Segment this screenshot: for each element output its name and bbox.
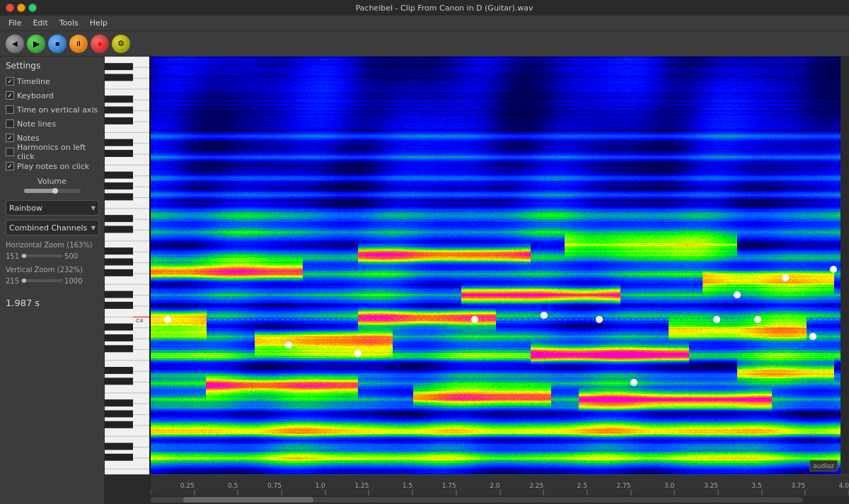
tick-label-2: 0.5 — [228, 482, 238, 489]
menu-tools[interactable]: Tools — [54, 17, 84, 29]
timeline-tick-10: 2.5 — [587, 490, 587, 496]
note-dot-0 — [164, 316, 171, 323]
timeline-tick-0: 0.0 — [151, 490, 151, 496]
tick-label-12: 3.0 — [664, 482, 674, 489]
tick-label-9: 2.25 — [529, 482, 543, 489]
tick-label-8: 2.0 — [490, 482, 499, 489]
tick-label-3: 0.75 — [267, 482, 282, 489]
notes-checkbox[interactable] — [6, 134, 14, 142]
note-dot-5 — [596, 316, 603, 323]
tick-label-16: 4.0 — [839, 482, 849, 489]
note-dot-8 — [734, 291, 741, 298]
vt-zoom-min: 215 — [6, 277, 19, 285]
keyboard-checkbox[interactable] — [6, 91, 14, 100]
settings-header: Settings — [6, 61, 98, 71]
hz-zoom-slider[interactable] — [21, 254, 63, 257]
pause-button[interactable]: ⏸ — [69, 35, 88, 53]
note-dot-9 — [754, 316, 761, 323]
keyboard-check-row[interactable]: Keyboard — [6, 89, 98, 102]
timeline-tick-5: 1.25 — [369, 490, 369, 496]
notes-label: Notes — [17, 134, 40, 143]
stop-button[interactable]: ■ — [48, 35, 67, 53]
timeline-label: Timeline — [17, 77, 50, 86]
tick-label-5: 1.25 — [354, 482, 369, 489]
main-area: Settings Timeline Keyboard Time on verti… — [0, 57, 849, 504]
sidebar: Settings Timeline Keyboard Time on verti… — [0, 57, 105, 504]
time-vertical-label: Time on vertical axis — [17, 105, 98, 115]
maximize-button[interactable] — [28, 4, 37, 12]
timeline-tick-15: 3.75 — [805, 490, 806, 496]
harmonics-checkbox[interactable] — [6, 148, 14, 156]
settings-button[interactable]: ⚙ — [112, 35, 130, 53]
timeline-check-row[interactable]: Timeline — [6, 75, 98, 88]
colormap-value: Rainbow — [9, 204, 42, 213]
timeline-tick-12: 3.0 — [674, 490, 675, 496]
tick-label-7: 1.75 — [442, 482, 456, 489]
time-display: 1.987 s — [6, 296, 98, 310]
audioz-badge: audioz — [809, 460, 838, 471]
note-dot-12 — [830, 266, 837, 273]
harmonics-check-row[interactable]: Harmonics on left click — [6, 146, 98, 158]
timeline-tick-8: 2.0 — [499, 490, 500, 496]
note-lines-label: Note lines — [17, 119, 56, 129]
note-dot-4 — [541, 312, 548, 319]
tick-label-13: 3.25 — [704, 482, 718, 489]
note-dot-6 — [630, 379, 637, 386]
time-vertical-check-row[interactable]: Time on vertical axis — [6, 103, 98, 116]
spectrogram-row: C4 audioz — [105, 57, 849, 474]
toolbar: ◀ ▶ ■ ⏸ ● ⚙ — [0, 31, 849, 57]
minimize-button[interactable] — [17, 4, 25, 12]
menubar: File Edit Tools Help — [0, 16, 849, 31]
channels-dropdown[interactable]: Combined Channels ▼ — [6, 220, 99, 235]
spectrogram-canvas[interactable]: C4 audioz — [151, 57, 841, 474]
note-lines-checkbox[interactable] — [6, 119, 14, 128]
hz-zoom-min: 151 — [6, 252, 19, 260]
vertical-scrollbar[interactable] — [841, 57, 849, 474]
menu-edit[interactable]: Edit — [27, 17, 53, 29]
hz-zoom-label: Horizontal Zoom (163%) — [6, 241, 98, 249]
content-area: C4 audioz 0.00.250.50.751.01.251.51.752.… — [105, 57, 849, 504]
time-vertical-checkbox[interactable] — [6, 105, 14, 114]
timeline-tick-3: 0.75 — [282, 490, 282, 496]
back-button[interactable]: ◀ — [6, 35, 24, 53]
titlebar: Pachelbel - Clip From Canon in D (Guitar… — [0, 0, 849, 16]
volume-slider[interactable] — [24, 189, 81, 193]
c4-label: C4 — [152, 315, 161, 322]
piano-keyboard[interactable] — [105, 57, 151, 474]
timeline-tick-11: 2.75 — [630, 490, 631, 496]
close-button[interactable] — [6, 4, 14, 12]
horizontal-scrollbar[interactable] — [105, 496, 849, 504]
menu-file[interactable]: File — [3, 17, 27, 29]
volume-label: Volume — [6, 177, 98, 186]
timeline-tick-2: 0.5 — [238, 490, 238, 496]
timeline-checkbox[interactable] — [6, 77, 14, 86]
tick-label-14: 3.5 — [751, 482, 761, 489]
channels-value: Combined Channels — [9, 223, 87, 233]
timeline-tick-1: 0.25 — [194, 490, 195, 496]
window-controls — [6, 4, 37, 12]
menu-help[interactable]: Help — [84, 17, 113, 29]
timeline-ruler: 0.00.250.50.751.01.251.51.752.02.252.52.… — [105, 474, 849, 496]
hz-zoom-max: 500 — [64, 252, 78, 260]
note-lines-check-row[interactable]: Note lines — [6, 117, 98, 130]
vt-zoom-slider[interactable] — [21, 279, 63, 282]
play-button[interactable]: ▶ — [27, 35, 45, 53]
timeline-tick-7: 1.75 — [456, 490, 456, 496]
tick-label-6: 1.5 — [403, 482, 412, 489]
note-dot-2 — [354, 350, 362, 357]
play-notes-checkbox[interactable] — [6, 162, 14, 170]
play-notes-check-row[interactable]: Play notes on click — [6, 160, 98, 172]
timeline-tick-9: 2.25 — [543, 490, 544, 496]
harmonics-label: Harmonics on left click — [17, 143, 98, 161]
timeline-tick-13: 3.25 — [717, 490, 718, 496]
tick-label-11: 2.75 — [617, 482, 631, 489]
play-notes-label: Play notes on click — [17, 162, 89, 171]
vt-zoom-max: 1000 — [64, 277, 82, 285]
record-button[interactable]: ● — [91, 35, 109, 53]
tick-label-15: 3.75 — [791, 482, 805, 489]
tick-label-10: 2.5 — [577, 482, 587, 489]
window-title: Pachelbel - Clip From Canon in D (Guitar… — [45, 4, 843, 13]
colormap-dropdown[interactable]: Rainbow ▼ — [6, 200, 99, 216]
timeline-tick-6: 1.5 — [412, 490, 413, 496]
channels-arrow: ▼ — [91, 225, 96, 231]
